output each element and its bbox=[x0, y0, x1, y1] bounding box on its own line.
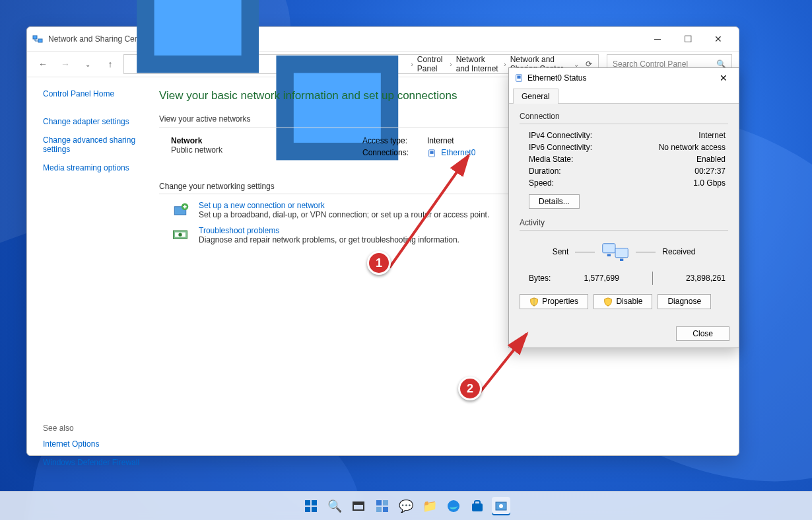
svg-point-29 bbox=[448, 500, 459, 512]
svg-point-10 bbox=[178, 233, 182, 236]
svg-rect-20 bbox=[312, 500, 317, 505]
svg-rect-15 bbox=[607, 254, 611, 257]
tab-strip: General bbox=[509, 88, 739, 104]
sidebar-link[interactable]: Media streaming options bbox=[43, 163, 151, 172]
ipv4-label: IPv4 Connectivity: bbox=[529, 131, 592, 140]
properties-button[interactable]: Properties bbox=[520, 294, 588, 309]
task-title-link[interactable]: Set up a new connection or network bbox=[199, 201, 489, 210]
connection-group-label: Connection bbox=[520, 112, 728, 121]
diagnose-button[interactable]: Diagnose bbox=[658, 294, 711, 309]
svg-point-33 bbox=[499, 504, 503, 508]
edge-icon bbox=[447, 500, 460, 513]
see-also-heading: See also bbox=[43, 424, 151, 433]
windows-icon bbox=[304, 500, 318, 513]
connections-label: Connections: bbox=[362, 148, 422, 158]
task-desc: Diagnose and repair network problems, or… bbox=[199, 235, 459, 244]
dialog-close-button[interactable]: ✕ bbox=[714, 73, 733, 83]
svg-rect-24 bbox=[353, 502, 364, 505]
duration-label: Duration: bbox=[529, 167, 561, 176]
access-type-label: Access type: bbox=[362, 136, 422, 145]
shield-icon bbox=[603, 297, 613, 307]
shield-icon bbox=[529, 297, 539, 307]
back-button[interactable]: ← bbox=[34, 55, 52, 73]
search-icon: 🔍 bbox=[327, 499, 342, 513]
control-panel-icon bbox=[494, 500, 508, 513]
svg-rect-1 bbox=[38, 39, 42, 42]
widgets-button[interactable] bbox=[373, 497, 391, 515]
annotation-badge-2: 2 bbox=[458, 377, 482, 400]
speed-value: 1.0 Gbps bbox=[693, 178, 726, 188]
properties-button-label: Properties bbox=[542, 297, 578, 306]
svg-rect-26 bbox=[383, 500, 388, 505]
svg-rect-21 bbox=[305, 507, 310, 512]
recent-button[interactable]: ⌄ bbox=[79, 55, 97, 73]
disable-button[interactable]: Disable bbox=[593, 294, 652, 309]
svg-rect-31 bbox=[475, 501, 480, 505]
task-view-icon bbox=[353, 500, 364, 512]
svg-rect-27 bbox=[376, 507, 382, 512]
see-also-link[interactable]: Windows Defender Firewall bbox=[43, 458, 151, 467]
svg-rect-25 bbox=[376, 500, 382, 505]
task-title-link[interactable]: Troubleshoot problems bbox=[199, 226, 459, 235]
task-view-button[interactable] bbox=[349, 497, 368, 515]
minimize-button[interactable]: ─ bbox=[642, 28, 673, 50]
ipv6-label: IPv6 Connectivity: bbox=[529, 143, 592, 152]
up-button[interactable]: ↑ bbox=[101, 55, 119, 73]
details-button[interactable]: Details... bbox=[529, 194, 580, 209]
activity-group-label: Activity bbox=[520, 218, 728, 227]
control-panel-taskbar-button[interactable] bbox=[492, 497, 510, 515]
svg-rect-13 bbox=[603, 244, 615, 253]
bytes-received-value: 23,898,261 bbox=[686, 274, 726, 283]
forward-button[interactable]: → bbox=[56, 55, 75, 73]
ethernet-icon bbox=[427, 149, 436, 158]
connection-link[interactable]: Ethernet0 bbox=[441, 148, 475, 157]
taskbar: 🔍 💬 📁 bbox=[0, 491, 812, 520]
svg-rect-22 bbox=[312, 507, 317, 512]
network-icon bbox=[32, 34, 43, 44]
media-state-value: Enabled bbox=[696, 155, 726, 164]
taskbar-search-button[interactable]: 🔍 bbox=[325, 497, 344, 515]
dialog-titlebar: Ethernet0 Status ✕ bbox=[509, 68, 739, 88]
dialog-title: Ethernet0 Status bbox=[527, 73, 586, 83]
control-panel-home-link[interactable]: Control Panel Home bbox=[43, 89, 151, 98]
access-type-value: Internet bbox=[427, 136, 454, 145]
start-button[interactable] bbox=[302, 497, 320, 515]
file-explorer-button[interactable]: 📁 bbox=[421, 497, 439, 515]
widgets-icon bbox=[376, 500, 389, 513]
disable-button-label: Disable bbox=[616, 297, 642, 306]
bytes-sent-value: 1,577,699 bbox=[584, 274, 619, 283]
see-also-link[interactable]: Internet Options bbox=[43, 439, 151, 449]
sidebar-link[interactable]: Change advanced sharing settings bbox=[43, 135, 151, 154]
edge-button[interactable] bbox=[444, 497, 463, 515]
tab-general[interactable]: General bbox=[513, 89, 558, 104]
chat-button[interactable]: 💬 bbox=[397, 497, 415, 515]
ipv4-value: Internet bbox=[698, 131, 726, 140]
folder-icon: 📁 bbox=[423, 499, 437, 513]
sidebar: Control Panel Home Change adapter settin… bbox=[27, 77, 159, 455]
new-connection-icon bbox=[171, 201, 189, 219]
svg-rect-19 bbox=[305, 500, 310, 505]
ethernet-status-dialog: Ethernet0 Status ✕ General Connection IP… bbox=[508, 67, 739, 348]
svg-rect-12 bbox=[517, 76, 520, 79]
task-desc: Set up a broadband, dial-up, or VPN conn… bbox=[199, 210, 489, 219]
breadcrumb-item[interactable]: Control Panel bbox=[417, 55, 446, 73]
troubleshoot-icon bbox=[171, 226, 189, 244]
breadcrumb-item[interactable]: Network and Internet bbox=[456, 55, 500, 73]
bytes-label: Bytes: bbox=[529, 274, 551, 283]
close-dialog-button[interactable]: Close bbox=[676, 326, 729, 341]
annotation-badge-1: 1 bbox=[367, 251, 391, 275]
maximize-button[interactable]: ☐ bbox=[673, 28, 703, 50]
network-type: Public network bbox=[171, 145, 362, 155]
network-name: Network bbox=[171, 136, 362, 145]
ipv6-value: No network access bbox=[659, 143, 726, 152]
speed-label: Speed: bbox=[529, 178, 554, 188]
store-icon bbox=[471, 500, 484, 513]
sidebar-link[interactable]: Change adapter settings bbox=[43, 117, 151, 126]
computers-icon bbox=[601, 240, 629, 264]
svg-rect-0 bbox=[33, 36, 37, 39]
close-button[interactable]: ✕ bbox=[703, 28, 733, 50]
store-button[interactable] bbox=[468, 497, 487, 515]
sent-label: Sent bbox=[553, 247, 569, 256]
svg-rect-16 bbox=[620, 259, 623, 262]
svg-rect-5 bbox=[430, 151, 433, 153]
